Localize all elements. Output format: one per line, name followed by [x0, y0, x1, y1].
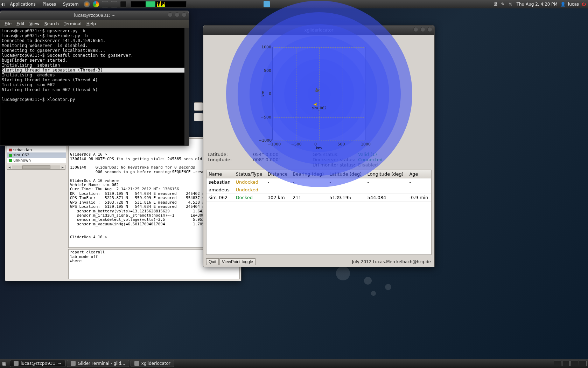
term-menu-help[interactable]: Help [84, 21, 98, 26]
col-header[interactable]: Longitude (deg) [365, 170, 407, 178]
col-header[interactable]: Name [206, 170, 234, 178]
locator-window: xgliderlocator km km ⛴ sim_062 −1000−500… [203, 25, 435, 267]
viewpoint-toggle-button[interactable]: ViewPoint toggle [219, 258, 255, 265]
network-icon[interactable]: ⇅ [509, 2, 514, 7]
show-desktop-icon[interactable]: ▦ [0, 361, 8, 366]
tree-item-label: unknown [13, 158, 31, 163]
plot[interactable]: km km ⛴ sim_062 −1000−50005001000−1000−5… [272, 47, 365, 140]
lat-label: Latitude: [208, 152, 253, 157]
maximize-icon[interactable] [420, 27, 425, 32]
term-menu-file[interactable]: File [2, 21, 14, 26]
xtick-label: −500 [291, 142, 302, 146]
term-menu-edit[interactable]: Edit [14, 21, 27, 26]
locator-footer: Quit ViewPoint toggle July 2012 Lucas.Me… [206, 257, 432, 265]
terminal-window: lucas@rzcp0931: ~ File Edit View Search … [0, 11, 189, 146]
terminal-menubar: File Edit View Search Terminal Help [0, 20, 189, 28]
bottom-panel: ▦ lucas@rzcp0931: ~Glider Terminal - gli… [0, 359, 588, 368]
minimize-icon[interactable] [413, 27, 418, 32]
menu-applications[interactable]: Applications [8, 2, 37, 7]
task-icon [71, 361, 76, 366]
clock[interactable]: Thu Aug 2, 4:20 PM [517, 2, 558, 7]
tree-item-sim_062[interactable]: sim_062 [7, 152, 66, 158]
workspace-1[interactable] [554, 361, 561, 366]
xtick-label: 1000 [361, 142, 371, 146]
ytick-label: 0 [259, 91, 271, 96]
terminal-title: lucas@rzcp0931: ~ [74, 13, 115, 18]
window1-icon[interactable] [102, 1, 108, 7]
svg-marker-0 [314, 103, 317, 106]
term-text-pre: lucas@rzcp0931:~$ gpsserver.py -b lucas@… [2, 28, 133, 68]
terminal-launcher-icon[interactable] [120, 1, 126, 7]
menu-system[interactable]: System [61, 2, 81, 7]
chromium-icon[interactable] [93, 1, 99, 7]
scroll-right-icon[interactable]: ▸ [60, 165, 65, 170]
term-menu-search[interactable]: Search [42, 21, 61, 26]
plot-xlabel: km [316, 146, 322, 150]
ytick-label: 1000 [259, 45, 271, 49]
term-text-post: Initialising amadeus Starting thread for… [2, 73, 98, 102]
term-cursor [2, 102, 4, 106]
workspace-4[interactable] [579, 361, 587, 366]
user-menu[interactable]: lucas [568, 2, 579, 7]
task-label: lucas@rzcp0931: ~ [21, 361, 62, 366]
term-selection: Starting thread for sebastian (Thread-3) [2, 68, 103, 73]
task-button[interactable]: xgliderlocator [131, 360, 174, 367]
tray-app-icon[interactable] [264, 1, 270, 7]
table-row[interactable]: sim_062Docked302 km2115139.195544.084-0.… [206, 194, 431, 202]
term-menu-view[interactable]: View [27, 21, 41, 26]
bg-btn-2[interactable] [194, 113, 203, 121]
menu-places[interactable]: Places [41, 2, 58, 7]
terminal-titlebar[interactable]: lucas@rzcp0931: ~ [0, 11, 189, 20]
maximize-icon[interactable] [175, 12, 180, 17]
window2-icon[interactable] [111, 1, 117, 7]
plot-area: km km ⛴ sim_062 −1000−50005001000−1000−5… [206, 38, 432, 150]
ytick-label: 500 [259, 68, 271, 73]
close-icon[interactable] [427, 27, 432, 32]
tree-item-sebastian[interactable]: sebastian [7, 147, 66, 152]
xtick-label: 0 [314, 142, 317, 146]
credit-label: July 2012 Lucas.Merckelbach@hzg.de [352, 259, 432, 264]
task-label: xgliderlocator [141, 361, 170, 366]
ytick-label: −500 [259, 115, 271, 120]
tree-scrollbar[interactable]: ◂ ▸ [7, 165, 65, 170]
xtick-label: 500 [338, 142, 345, 146]
col-header[interactable]: Age [407, 170, 431, 178]
pencil-icon[interactable]: ✎ [501, 2, 506, 7]
tree-item-unknown[interactable]: unknown [7, 158, 66, 163]
background-toolbar [194, 102, 203, 121]
ytick-label: −1000 [259, 138, 271, 143]
user-icon: 👤 [560, 2, 565, 7]
scroll-thumb[interactable] [22, 165, 50, 169]
workspace-2[interactable] [562, 361, 570, 366]
tree-item-label: sebastian [13, 148, 32, 152]
term-menu-terminal[interactable]: Terminal [62, 21, 84, 26]
power-icon[interactable]: ⏻ [582, 2, 587, 7]
task-button[interactable]: Glider Terminal - glid... [67, 360, 129, 367]
workspace-3[interactable] [570, 361, 578, 366]
task-label: Glider Terminal - glid... [78, 361, 125, 366]
col-header[interactable]: Status/Type [234, 170, 266, 178]
task-button[interactable]: lucas@rzcp0931: ~ [10, 360, 65, 367]
workspace-switcher[interactable] [554, 361, 587, 366]
printer-icon[interactable]: 🖶 [493, 2, 498, 7]
system-monitor-applet[interactable] [131, 1, 187, 7]
close-icon[interactable] [182, 12, 187, 17]
terminal-scrollbar[interactable] [184, 28, 189, 145]
bg-btn-1[interactable] [194, 102, 203, 111]
firefox-icon[interactable] [84, 1, 90, 7]
task-icon [134, 361, 139, 366]
scroll-left-icon[interactable]: ◂ [7, 165, 12, 170]
tree-item-label: sim_062 [13, 153, 29, 157]
quit-button[interactable]: Quit [206, 258, 219, 265]
lon-label: Longitude: [208, 157, 253, 162]
glider-marker-icon [313, 102, 316, 105]
terminal-body[interactable]: lucas@rzcp0931:~$ gpsserver.py -b lucas@… [0, 28, 189, 145]
gnome-foot-icon[interactable]: ◐ [1, 2, 5, 7]
task-icon [14, 361, 19, 366]
minimize-icon[interactable] [168, 12, 173, 17]
